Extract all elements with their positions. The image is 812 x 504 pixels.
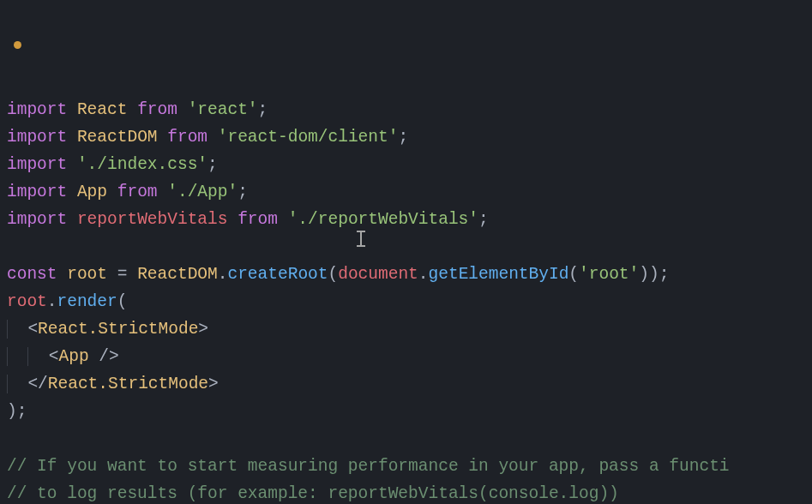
token-comment: // to log results (for example: reportWe…: [7, 484, 619, 503]
code-line[interactable]: root.render(: [7, 288, 812, 315]
indent: [7, 347, 27, 366]
token-const: root: [67, 265, 107, 284]
token-kw: import: [7, 155, 77, 174]
token-punc: [278, 210, 288, 229]
indent: [7, 375, 27, 393]
token-kw: const: [7, 265, 67, 284]
token-func: render: [57, 292, 117, 311]
token-angle: />: [89, 347, 119, 366]
token-str: './index.css': [77, 155, 208, 174]
token-punc: [107, 183, 117, 201]
code-line[interactable]: <React.StrictMode>: [7, 315, 812, 343]
token-dot: .: [218, 265, 228, 284]
indent: [27, 347, 48, 366]
token-punc: ;: [258, 100, 268, 119]
code-line[interactable]: [7, 233, 812, 261]
code-line[interactable]: );: [7, 398, 812, 425]
code-line[interactable]: <App />: [7, 343, 812, 370]
token-punc: (: [568, 265, 579, 284]
token-func: getElementById: [429, 265, 569, 284]
code-line[interactable]: import reportWebVitals from './reportWeb…: [7, 206, 812, 233]
token-str: 'react': [188, 100, 258, 119]
code-line[interactable]: import React from 'react';: [7, 96, 812, 123]
token-ident: document: [338, 265, 418, 284]
token-punc: (: [117, 292, 128, 311]
code-line[interactable]: </React.StrictMode>: [7, 370, 812, 398]
token-tag: React.StrictMode: [48, 375, 208, 393]
token-angle: <: [27, 320, 38, 339]
token-comment: // If you want to start measuring perfor…: [7, 457, 730, 476]
token-angle: </: [27, 375, 47, 393]
token-tag: React.StrictMode: [38, 320, 198, 339]
token-punc: ));: [639, 265, 669, 284]
token-punc: [177, 100, 188, 119]
token-punc: [127, 100, 137, 119]
token-kw: from: [137, 100, 177, 119]
warning-marker-icon: [14, 41, 21, 49]
code-line[interactable]: [7, 425, 812, 453]
code-editor[interactable]: import React from 'react';import ReactDO…: [0, 0, 812, 504]
token-str: './App': [167, 183, 238, 201]
token-const: ReactDOM: [77, 128, 158, 147]
token-const: App: [77, 183, 107, 201]
token-punc: ;: [238, 183, 248, 201]
token-punc: ;: [398, 128, 408, 147]
token-angle: >: [208, 375, 219, 393]
token-root: root: [7, 292, 47, 311]
token-tag: App: [59, 347, 89, 366]
token-kw: import: [7, 128, 77, 147]
token-ident: reportWebVitals: [77, 210, 228, 229]
token-str: 'root': [579, 265, 639, 284]
token-kw: from: [117, 183, 158, 201]
token-const: ReactDOM: [137, 265, 218, 284]
code-line[interactable]: import ReactDOM from 'react-dom/client';: [7, 123, 812, 151]
token-angle: >: [198, 320, 208, 339]
token-kw: from: [167, 128, 208, 147]
token-dot: .: [418, 265, 429, 284]
token-kw: import: [7, 210, 77, 229]
token-punc: [158, 128, 168, 147]
token-punc: ;: [208, 155, 218, 174]
token-func: createRoot: [227, 265, 328, 284]
token-str: './reportWebVitals': [288, 210, 478, 229]
indent: [7, 320, 27, 339]
code-line[interactable]: import './index.css';: [7, 151, 812, 178]
token-punc: =: [107, 265, 137, 284]
token-kw: import: [7, 100, 77, 119]
token-punc: );: [7, 402, 27, 421]
code-line[interactable]: // If you want to start measuring perfor…: [7, 453, 812, 480]
code-line[interactable]: const root = ReactDOM.createRoot(documen…: [7, 261, 812, 288]
code-line[interactable]: // to log results (for example: reportWe…: [7, 480, 812, 504]
token-const: React: [77, 100, 128, 119]
token-punc: (: [328, 265, 339, 284]
token-str: 'react-dom/client': [218, 128, 399, 147]
code-content[interactable]: import React from 'react';import ReactDO…: [7, 96, 812, 504]
token-dot: .: [47, 292, 57, 311]
token-kw: from: [238, 210, 278, 229]
token-angle: <: [49, 347, 59, 366]
token-kw: import: [7, 183, 77, 201]
code-line[interactable]: import App from './App';: [7, 178, 812, 206]
token-punc: [208, 128, 218, 147]
token-punc: [158, 183, 168, 201]
token-punc: ;: [478, 210, 489, 229]
token-punc: [227, 210, 238, 229]
